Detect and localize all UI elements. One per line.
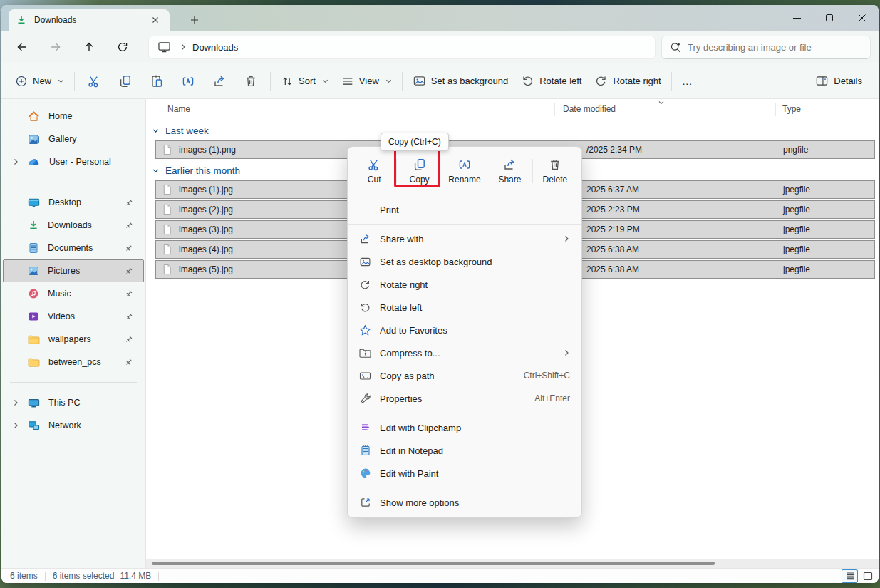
delete-menu-button[interactable]: Delete [533,152,577,190]
refresh-button[interactable] [112,36,133,58]
sidebar-item-downloads[interactable]: Downloads [3,214,144,237]
rotate-right-button[interactable]: Rotate right [588,69,667,93]
pin-icon [124,335,133,344]
back-button[interactable] [11,36,33,58]
thumbnail-view-toggle[interactable] [859,569,876,583]
menu-item-edit-with-clipchamp[interactable]: Edit with Clipchamp [348,416,581,439]
menu-item-show-more-options[interactable]: Show more options [348,491,581,514]
submenu-chevron-icon [563,235,570,242]
share-button[interactable] [204,69,235,93]
menu-item-edit-with-paint[interactable]: Edit with Paint [348,462,581,485]
menu-item-label: Edit with Clipchamp [380,423,461,433]
toolbar-separator [270,72,271,91]
address-bar[interactable]: Downloads [148,36,656,59]
maximize-button[interactable] [813,5,846,31]
file-type: pngfile [783,145,808,155]
copy-menu-button[interactable]: Copy [397,152,441,190]
column-header-type[interactable]: Type [782,104,801,114]
chevron-right-icon[interactable] [12,422,19,429]
chevron-right-icon[interactable] [12,399,19,406]
menu-item-properties[interactable]: Properties Alt+Enter [348,387,581,410]
column-header-date-modified[interactable]: Date modified [563,104,616,114]
breadcrumb-downloads[interactable]: Downloads [192,42,238,53]
paste-button[interactable] [141,69,172,93]
menu-item-copy-as-path[interactable]: Copy as path Ctrl+Shift+C [348,364,581,387]
details-button[interactable]: Details [809,69,869,93]
sidebar-item-home[interactable]: Home [3,105,144,128]
sidebar-item-pictures[interactable]: Pictures [3,259,144,282]
details-view-icon [845,572,855,581]
menu-item-rotate-left[interactable]: Rotate left [348,296,581,319]
sidebar-item-network[interactable]: Network [3,414,144,437]
more-options-button[interactable]: … [675,69,700,93]
up-button[interactable] [78,36,100,58]
column-header-name[interactable]: Name [167,104,190,114]
sidebar-item-between-pcs[interactable]: between_pcs [3,351,144,373]
file-name: images (1).png [179,145,236,155]
menu-item-add-to-favorites[interactable]: Add to Favorites [348,319,581,341]
file-name: images (4).jpg [179,244,233,254]
cut-menu-button[interactable]: Cut [352,152,396,190]
desktop-icon[interactable] [157,41,171,53]
new-tab-button[interactable] [185,11,204,29]
rename-menu-button[interactable]: Rename [442,152,487,190]
menu-item-set-as-desktop-background[interactable]: Set as desktop background [348,250,581,273]
menu-item-compress-to[interactable]: Compress to... [348,341,581,364]
file-icon [162,144,172,155]
music-icon [28,288,39,299]
sidebar-item-gallery[interactable]: Gallery [3,128,144,150]
minimize-button[interactable] [780,5,813,31]
details-view-toggle[interactable] [842,569,858,583]
rename-button[interactable] [172,69,204,93]
scrollbar-thumb[interactable] [152,562,715,565]
tab-downloads[interactable]: Downloads [9,9,170,31]
sidebar-item-label: between_pcs [48,357,101,367]
search-input[interactable] [688,42,863,53]
sidebar-item-desktop[interactable]: Desktop [3,191,144,214]
set-as-background-button[interactable]: Set as background [406,69,514,93]
group-header-last-week[interactable]: Last week [152,125,879,136]
sidebar-item-onedrive[interactable]: User - Personal [3,150,144,173]
share-icon [212,74,227,88]
rotate-left-button[interactable]: Rotate left [514,69,588,93]
cut-button[interactable] [78,69,110,93]
menu-item-print[interactable]: Print [348,198,581,221]
menu-item-edit-in-notepad[interactable]: Edit in Notepad [348,439,581,462]
clipchamp-icon [359,422,371,433]
sidebar-item-wallpapers[interactable]: wallpapers [3,328,144,351]
view-toggles [842,569,876,583]
share-menu-button[interactable]: Share [487,152,532,190]
column-separator[interactable] [554,103,555,116]
menu-item-label: Edit with Paint [380,468,438,479]
new-button[interactable]: New [9,69,71,93]
folder-icon [28,334,40,345]
plus-circle-icon [15,75,28,88]
thumbnail-view-icon [863,572,873,581]
sidebar-item-music[interactable]: Music [3,282,144,305]
delete-button[interactable] [235,69,266,93]
documents-icon [28,242,39,254]
notepad-icon [359,445,371,456]
toolbar-separator [74,72,75,91]
horizontal-scrollbar [1,559,879,568]
scissors-icon [367,158,381,172]
tab-close-icon[interactable] [148,13,162,27]
copy-button[interactable] [110,69,141,93]
view-button[interactable]: View [335,69,398,93]
sort-button[interactable]: Sort [274,69,335,93]
context-menu: Cut Copy Rename Share Delete [347,146,582,518]
navigation-bar: Downloads [1,31,879,63]
search-box[interactable] [661,36,871,59]
sidebar-item-label: Gallery [48,134,77,144]
forward-button[interactable] [45,36,66,58]
scrollbar-track[interactable] [146,559,879,568]
file-name: images (5).jpg [179,264,233,274]
close-button[interactable] [846,5,879,31]
menu-item-share-with[interactable]: Share with [348,227,581,250]
column-separator[interactable] [775,103,776,116]
chevron-right-icon[interactable] [12,158,19,165]
sidebar-item-documents[interactable]: Documents [3,237,144,259]
menu-item-rotate-right[interactable]: Rotate right [348,273,581,296]
sidebar-item-this-pc[interactable]: This PC [3,391,144,414]
sidebar-item-videos[interactable]: Videos [3,305,144,328]
